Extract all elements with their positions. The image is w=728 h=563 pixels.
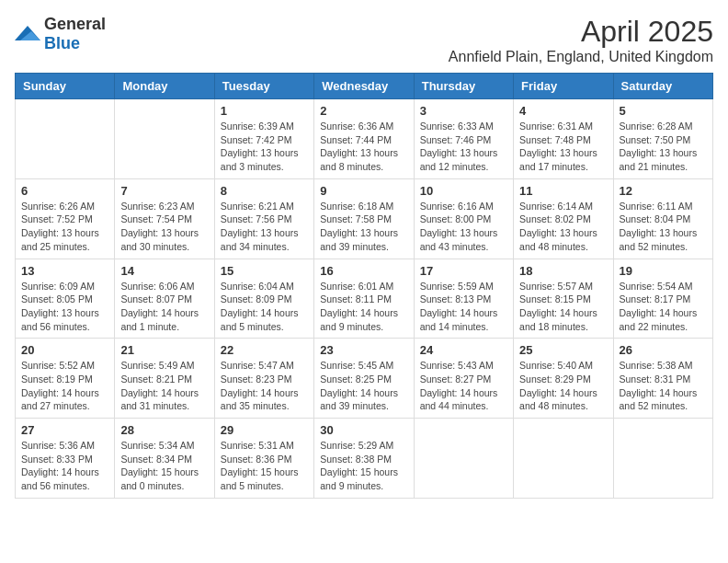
day-info: Sunrise: 6:04 AMSunset: 8:09 PMDaylight:… bbox=[221, 280, 308, 334]
day-number: 29 bbox=[221, 423, 308, 437]
calendar-cell: 10Sunrise: 6:16 AMSunset: 8:00 PMDayligh… bbox=[414, 178, 513, 259]
calendar-cell: 14Sunrise: 6:06 AMSunset: 8:07 PMDayligh… bbox=[115, 259, 214, 339]
day-info: Sunrise: 5:49 AMSunset: 8:21 PMDaylight:… bbox=[120, 359, 208, 413]
calendar-cell: 13Sunrise: 6:09 AMSunset: 8:05 PMDayligh… bbox=[16, 259, 115, 339]
calendar-cell: 6Sunrise: 6:26 AMSunset: 7:52 PMDaylight… bbox=[16, 178, 115, 259]
calendar-day-header: Thursday bbox=[414, 74, 513, 99]
day-number: 14 bbox=[120, 264, 208, 278]
calendar-cell bbox=[613, 419, 712, 499]
calendar-cell: 28Sunrise: 5:34 AMSunset: 8:34 PMDayligh… bbox=[115, 419, 214, 499]
day-info: Sunrise: 5:40 AMSunset: 8:29 PMDaylight:… bbox=[519, 359, 607, 413]
day-info: Sunrise: 6:16 AMSunset: 8:00 PMDaylight:… bbox=[420, 200, 507, 254]
calendar-cell bbox=[514, 419, 613, 499]
day-info: Sunrise: 5:59 AMSunset: 8:13 PMDaylight:… bbox=[420, 280, 507, 334]
calendar-week-row: 1Sunrise: 6:39 AMSunset: 7:42 PMDaylight… bbox=[16, 99, 713, 179]
calendar-cell: 3Sunrise: 6:33 AMSunset: 7:46 PMDaylight… bbox=[414, 99, 513, 179]
day-number: 27 bbox=[21, 423, 108, 437]
day-number: 15 bbox=[221, 264, 308, 278]
title-area: April 2025 Annfield Plain, England, Unit… bbox=[449, 15, 713, 65]
day-number: 13 bbox=[21, 264, 108, 278]
calendar-header-row: SundayMondayTuesdayWednesdayThursdayFrid… bbox=[16, 74, 713, 99]
day-info: Sunrise: 6:26 AMSunset: 7:52 PMDaylight:… bbox=[21, 200, 108, 254]
day-info: Sunrise: 5:29 AMSunset: 8:38 PMDaylight:… bbox=[320, 439, 407, 493]
calendar-cell bbox=[115, 99, 214, 179]
day-info: Sunrise: 6:33 AMSunset: 7:46 PMDaylight:… bbox=[420, 120, 507, 174]
day-number: 17 bbox=[420, 264, 507, 278]
calendar-cell: 5Sunrise: 6:28 AMSunset: 7:50 PMDaylight… bbox=[613, 99, 712, 179]
day-info: Sunrise: 6:36 AMSunset: 7:44 PMDaylight:… bbox=[320, 120, 407, 174]
calendar-cell: 21Sunrise: 5:49 AMSunset: 8:21 PMDayligh… bbox=[115, 339, 214, 419]
day-number: 7 bbox=[120, 184, 208, 198]
calendar-week-row: 13Sunrise: 6:09 AMSunset: 8:05 PMDayligh… bbox=[16, 259, 713, 339]
day-number: 4 bbox=[519, 104, 607, 118]
calendar-cell: 17Sunrise: 5:59 AMSunset: 8:13 PMDayligh… bbox=[414, 259, 513, 339]
day-info: Sunrise: 6:11 AMSunset: 8:04 PMDaylight:… bbox=[620, 200, 707, 254]
calendar-cell: 9Sunrise: 6:18 AMSunset: 7:58 PMDaylight… bbox=[314, 178, 414, 259]
day-info: Sunrise: 5:47 AMSunset: 8:23 PMDaylight:… bbox=[221, 359, 308, 413]
day-info: Sunrise: 5:38 AMSunset: 8:31 PMDaylight:… bbox=[620, 359, 707, 413]
calendar-cell: 12Sunrise: 6:11 AMSunset: 8:04 PMDayligh… bbox=[613, 178, 712, 259]
day-info: Sunrise: 6:09 AMSunset: 8:05 PMDaylight:… bbox=[21, 280, 108, 334]
day-info: Sunrise: 6:01 AMSunset: 8:11 PMDaylight:… bbox=[320, 280, 407, 334]
day-info: Sunrise: 5:57 AMSunset: 8:15 PMDaylight:… bbox=[519, 280, 607, 334]
day-number: 20 bbox=[21, 343, 108, 357]
calendar-cell: 25Sunrise: 5:40 AMSunset: 8:29 PMDayligh… bbox=[514, 339, 613, 419]
day-number: 6 bbox=[21, 184, 108, 198]
day-number: 26 bbox=[620, 343, 707, 357]
calendar-table: SundayMondayTuesdayWednesdayThursdayFrid… bbox=[15, 73, 713, 499]
day-number: 1 bbox=[221, 104, 308, 118]
day-number: 9 bbox=[320, 184, 407, 198]
day-info: Sunrise: 5:54 AMSunset: 8:17 PMDaylight:… bbox=[620, 280, 707, 334]
calendar-cell: 20Sunrise: 5:52 AMSunset: 8:19 PMDayligh… bbox=[16, 339, 115, 419]
day-number: 3 bbox=[420, 104, 507, 118]
calendar-day-header: Monday bbox=[115, 74, 214, 99]
day-info: Sunrise: 5:34 AMSunset: 8:34 PMDaylight:… bbox=[120, 439, 208, 493]
day-number: 30 bbox=[320, 423, 407, 437]
header: General Blue April 2025 Annfield Plain, … bbox=[15, 15, 713, 65]
day-number: 16 bbox=[320, 264, 407, 278]
calendar-cell: 26Sunrise: 5:38 AMSunset: 8:31 PMDayligh… bbox=[613, 339, 712, 419]
day-info: Sunrise: 6:14 AMSunset: 8:02 PMDaylight:… bbox=[519, 200, 607, 254]
day-info: Sunrise: 5:52 AMSunset: 8:19 PMDaylight:… bbox=[21, 359, 108, 413]
day-number: 22 bbox=[221, 343, 308, 357]
day-number: 12 bbox=[620, 184, 707, 198]
day-number: 28 bbox=[120, 423, 208, 437]
day-number: 23 bbox=[320, 343, 407, 357]
calendar-cell: 22Sunrise: 5:47 AMSunset: 8:23 PMDayligh… bbox=[214, 339, 313, 419]
calendar-cell: 29Sunrise: 5:31 AMSunset: 8:36 PMDayligh… bbox=[214, 419, 313, 499]
day-number: 21 bbox=[120, 343, 208, 357]
logo-general-text: General bbox=[44, 15, 106, 33]
day-number: 19 bbox=[620, 264, 707, 278]
month-title: April 2025 bbox=[449, 15, 713, 49]
day-number: 2 bbox=[320, 104, 407, 118]
calendar-cell: 2Sunrise: 6:36 AMSunset: 7:44 PMDaylight… bbox=[314, 99, 414, 179]
day-info: Sunrise: 6:18 AMSunset: 7:58 PMDaylight:… bbox=[320, 200, 407, 254]
calendar-cell: 4Sunrise: 6:31 AMSunset: 7:48 PMDaylight… bbox=[514, 99, 613, 179]
day-info: Sunrise: 6:23 AMSunset: 7:54 PMDaylight:… bbox=[120, 200, 208, 254]
day-info: Sunrise: 5:45 AMSunset: 8:25 PMDaylight:… bbox=[320, 359, 407, 413]
day-number: 11 bbox=[519, 184, 607, 198]
day-number: 5 bbox=[620, 104, 707, 118]
calendar-cell: 27Sunrise: 5:36 AMSunset: 8:33 PMDayligh… bbox=[16, 419, 115, 499]
logo-icon bbox=[15, 24, 40, 44]
calendar-cell: 18Sunrise: 5:57 AMSunset: 8:15 PMDayligh… bbox=[514, 259, 613, 339]
day-info: Sunrise: 6:28 AMSunset: 7:50 PMDaylight:… bbox=[620, 120, 707, 174]
day-number: 25 bbox=[519, 343, 607, 357]
calendar-day-header: Sunday bbox=[16, 74, 115, 99]
day-info: Sunrise: 5:36 AMSunset: 8:33 PMDaylight:… bbox=[21, 439, 108, 493]
calendar-week-row: 6Sunrise: 6:26 AMSunset: 7:52 PMDaylight… bbox=[16, 178, 713, 259]
calendar-cell bbox=[16, 99, 115, 179]
day-number: 18 bbox=[519, 264, 607, 278]
calendar-cell: 1Sunrise: 6:39 AMSunset: 7:42 PMDaylight… bbox=[214, 99, 313, 179]
calendar-cell: 19Sunrise: 5:54 AMSunset: 8:17 PMDayligh… bbox=[613, 259, 712, 339]
calendar-day-header: Tuesday bbox=[214, 74, 313, 99]
day-info: Sunrise: 6:06 AMSunset: 8:07 PMDaylight:… bbox=[120, 280, 208, 334]
logo: General Blue bbox=[15, 15, 106, 53]
day-info: Sunrise: 6:39 AMSunset: 7:42 PMDaylight:… bbox=[221, 120, 308, 174]
logo-blue-text: Blue bbox=[44, 34, 80, 52]
calendar-cell: 16Sunrise: 6:01 AMSunset: 8:11 PMDayligh… bbox=[314, 259, 414, 339]
calendar-cell: 30Sunrise: 5:29 AMSunset: 8:38 PMDayligh… bbox=[314, 419, 414, 499]
calendar-week-row: 27Sunrise: 5:36 AMSunset: 8:33 PMDayligh… bbox=[16, 419, 713, 499]
calendar-cell: 11Sunrise: 6:14 AMSunset: 8:02 PMDayligh… bbox=[514, 178, 613, 259]
day-info: Sunrise: 5:43 AMSunset: 8:27 PMDaylight:… bbox=[420, 359, 507, 413]
